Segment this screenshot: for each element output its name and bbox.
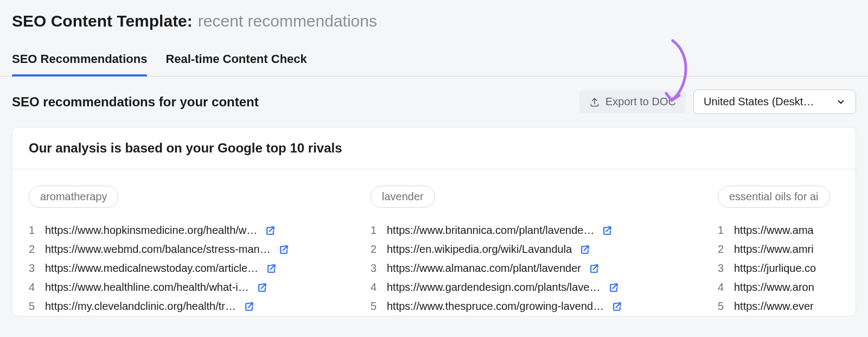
rival-url[interactable]: https://www.britannica.com/plant/lavende… xyxy=(387,224,594,237)
rival-url[interactable]: https://www.aron xyxy=(734,281,814,294)
title-suffix: recent recommendations xyxy=(198,12,377,30)
keyword-pill[interactable]: essential oils for ai xyxy=(718,186,830,208)
keyword-pill[interactable]: aromatherapy xyxy=(29,186,118,208)
rival-row: 3https://jurlique.co xyxy=(718,259,856,278)
rival-row: 4https://www.aron xyxy=(718,278,856,297)
row-number: 4 xyxy=(29,281,37,294)
rival-url[interactable]: https://www.ever xyxy=(734,300,814,313)
rival-url[interactable]: https://www.amri xyxy=(734,243,814,256)
rival-row: 4https://www.gardendesign.com/plants/lav… xyxy=(371,278,691,297)
rival-url[interactable]: https://my.clevelandclinic.org/health/tr… xyxy=(45,300,236,313)
external-link-icon[interactable] xyxy=(257,282,267,293)
row-number: 5 xyxy=(371,300,379,313)
rival-url[interactable]: https://jurlique.co xyxy=(734,262,816,275)
rival-row: 4https://www.healthline.com/health/what-… xyxy=(29,278,343,297)
rival-row: 5https://my.clevelandclinic.org/health/t… xyxy=(29,297,343,316)
section-title: SEO recommendations for your content xyxy=(12,94,259,110)
row-number: 1 xyxy=(371,224,379,237)
rival-column: aromatherapy1https://www.hopkinsmedicine… xyxy=(29,186,343,316)
title-prefix: SEO Content Template: xyxy=(12,12,193,30)
rival-url[interactable]: https://www.webmd.com/balance/stress-man… xyxy=(45,243,271,256)
rival-column: essential oils for ai1https://www.ama2ht… xyxy=(718,186,856,316)
chevron-down-icon xyxy=(836,97,846,107)
rival-url[interactable]: https://www.hopkinsmedicine.org/health/w… xyxy=(45,224,257,237)
rival-row: 5https://www.thespruce.com/growing-laven… xyxy=(371,297,691,316)
rival-row: 2https://www.amri xyxy=(718,240,856,259)
rival-url[interactable]: https://www.almanac.com/plant/lavender xyxy=(387,262,581,275)
rival-url[interactable]: https://www.medicalnewstoday.com/article… xyxy=(45,262,258,275)
rival-row: 2https://en.wikipedia.org/wiki/Lavandula xyxy=(371,240,691,259)
row-number: 3 xyxy=(371,262,379,275)
external-link-icon[interactable] xyxy=(608,282,619,293)
upload-icon xyxy=(589,97,600,107)
tab-seo-recommendations[interactable]: SEO Recommendations xyxy=(12,52,147,76)
external-link-icon[interactable] xyxy=(589,263,599,274)
rival-row: 3https://www.medicalnewstoday.com/articl… xyxy=(29,259,343,278)
external-link-icon[interactable] xyxy=(579,244,590,255)
external-link-icon[interactable] xyxy=(278,244,289,255)
row-number: 3 xyxy=(29,262,37,275)
row-number: 1 xyxy=(718,224,726,237)
external-link-icon[interactable] xyxy=(602,225,612,236)
rival-url[interactable]: https://www.ama xyxy=(734,224,814,237)
rival-row: 3https://www.almanac.com/plant/lavender xyxy=(371,259,691,278)
rival-row: 2https://www.webmd.com/balance/stress-ma… xyxy=(29,240,343,259)
row-number: 2 xyxy=(29,243,37,256)
region-label: United States (Deskt… xyxy=(704,96,814,108)
row-number: 5 xyxy=(718,300,726,313)
keyword-pill[interactable]: lavender xyxy=(371,186,435,208)
rival-url[interactable]: https://en.wikipedia.org/wiki/Lavandula xyxy=(387,243,572,256)
external-link-icon[interactable] xyxy=(244,301,254,312)
row-number: 3 xyxy=(718,262,726,275)
rival-row: 1https://www.hopkinsmedicine.org/health/… xyxy=(29,221,343,240)
tab-label: SEO Recommendations xyxy=(12,52,147,66)
row-number: 4 xyxy=(371,281,379,294)
row-number: 2 xyxy=(371,243,379,256)
rivals-card: Our analysis is based on your Google top… xyxy=(12,127,856,316)
row-number: 1 xyxy=(29,224,37,237)
row-number: 2 xyxy=(718,243,726,256)
rival-url[interactable]: https://www.healthline.com/health/what-i… xyxy=(45,281,249,294)
region-select[interactable]: United States (Deskt… xyxy=(693,90,856,114)
rival-row: 1https://www.britannica.com/plant/lavend… xyxy=(371,221,691,240)
tab-label: Real-time Content Check xyxy=(165,52,307,66)
tab-realtime-content-check[interactable]: Real-time Content Check xyxy=(165,52,307,76)
rival-row: 5https://www.ever xyxy=(718,297,856,316)
rival-row: 1https://www.ama xyxy=(718,221,856,240)
external-link-icon[interactable] xyxy=(266,263,277,274)
external-link-icon[interactable] xyxy=(265,225,276,236)
export-label: Export to DOC xyxy=(605,96,676,108)
rival-column: lavender1https://www.britannica.com/plan… xyxy=(371,186,691,316)
row-number: 4 xyxy=(718,281,726,294)
tabs-bar: SEO Recommendations Real-time Content Ch… xyxy=(0,52,868,77)
rival-url[interactable]: https://www.gardendesign.com/plants/lave… xyxy=(387,281,601,294)
page-title: SEO Content Template: recent recommendat… xyxy=(12,12,856,30)
card-title: Our analysis is based on your Google top… xyxy=(12,128,856,169)
external-link-icon[interactable] xyxy=(611,301,622,312)
rival-url[interactable]: https://www.thespruce.com/growing-lavend… xyxy=(387,300,604,313)
export-to-doc-button[interactable]: Export to DOC xyxy=(579,90,686,113)
row-number: 5 xyxy=(29,300,37,313)
